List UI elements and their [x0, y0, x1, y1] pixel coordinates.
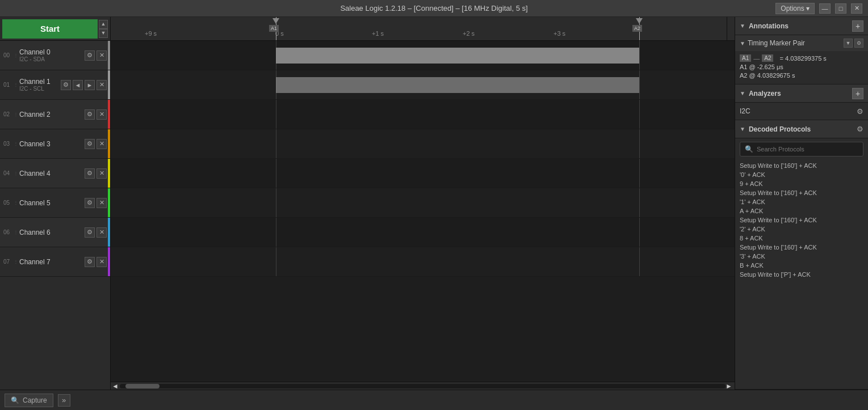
channel-info-5: Channel 5	[19, 199, 85, 207]
decoded-item-6[interactable]: Setup Write to ['160'] + ACK	[740, 215, 863, 225]
decoded-protocols-gear[interactable]: ⚙	[857, 125, 863, 133]
options-button[interactable]: Options ▾	[775, 3, 815, 14]
channel-close-3[interactable]: ✕	[97, 139, 107, 149]
decoded-item-9[interactable]: Setup Write to ['160'] + ACK	[740, 243, 863, 252]
vline-a2-3	[639, 129, 640, 158]
scroll-left-btn[interactable]: ◄	[112, 382, 120, 390]
start-up-button[interactable]: ▲	[99, 20, 108, 29]
channel-name-2: Channel 2	[19, 111, 85, 119]
channel-drag-0[interactable]: ⋮⋮	[14, 53, 18, 58]
vline-a2-6	[639, 218, 640, 247]
channel-close-0[interactable]: ✕	[97, 50, 107, 61]
channel-drag-7[interactable]: ⋮⋮	[14, 259, 18, 264]
channel-settings-5[interactable]: ⚙	[85, 198, 95, 208]
channel-number-7: 07	[3, 259, 14, 265]
search-protocols-input[interactable]	[757, 146, 858, 153]
channel-drag-2[interactable]: ⋮⋮	[14, 112, 18, 117]
channel-close-6[interactable]: ✕	[97, 227, 107, 238]
channel-info-2: Channel 2	[19, 111, 85, 119]
channel-name-3: Channel 3	[19, 140, 85, 148]
channel-settings-6[interactable]: ⚙	[85, 227, 95, 238]
timing-values: A1 — A2 = 4.038299375 s A1 @ -2.625 μs A…	[735, 51, 868, 84]
waveform-row-4	[111, 159, 735, 188]
decoded-item-4[interactable]: '1' + ACK	[740, 197, 863, 206]
signal-bar-1	[276, 77, 639, 93]
annotations-add-button[interactable]: +	[852, 20, 863, 32]
search-protocols-box[interactable]: 🔍	[740, 142, 863, 157]
channel-row-3: 03 ⋮⋮ Channel 3 ⚙ ✕	[0, 129, 110, 159]
channel-settings-7[interactable]: ⚙	[85, 257, 95, 267]
channel-number-0: 00	[3, 52, 14, 58]
title-bar: Saleae Logic 1.2.18 – [Connected] – [16 …	[0, 0, 868, 17]
channel-row-0: 00 ⋮⋮ Channel 0 I2C - SDA ⚙ ✕	[0, 41, 110, 70]
timing-dropdown-btn[interactable]: ▼	[844, 39, 853, 48]
channel-drag-1[interactable]: ⋮⋮	[14, 82, 18, 87]
channel-icons-7: ⚙ ✕	[85, 257, 107, 267]
channel-settings-0[interactable]: ⚙	[85, 50, 95, 61]
channel-extra-1[interactable]: ◄	[73, 80, 83, 90]
channel-drag-4[interactable]: ⋮⋮	[14, 171, 18, 176]
decoded-item-8[interactable]: 8 + ACK	[740, 234, 863, 243]
main-layout: Start ▲ ▼ 00 ⋮⋮ Channel 0 I2C - SDA ⚙ ✕ …	[0, 17, 868, 390]
timing-marker-label: Timing Marker Pair	[748, 39, 841, 47]
channel-settings-1[interactable]: ⚙	[61, 80, 71, 90]
analyzers-header: ▼ Analyzers +	[735, 84, 868, 103]
channel-settings-2[interactable]: ⚙	[85, 109, 95, 120]
channel-extra2-1[interactable]: ►	[85, 80, 95, 90]
signal-bar-0	[276, 48, 639, 64]
channel-close-7[interactable]: ✕	[97, 257, 107, 267]
decoded-item-11[interactable]: B + ACK	[740, 261, 863, 270]
decoded-item-0[interactable]: Setup Write to ['160'] + ACK	[740, 161, 863, 170]
channel-info-7: Channel 7	[19, 258, 85, 266]
channel-drag-3[interactable]: ⋮⋮	[14, 141, 18, 146]
analyzer-gear-i2c[interactable]: ⚙	[857, 107, 863, 116]
time-label-2s: +2 s	[463, 30, 475, 37]
timing-gear-btn[interactable]: ⚙	[854, 39, 863, 48]
start-down-button[interactable]: ▼	[99, 29, 108, 38]
timing-diff-row: A1 — A2 = 4.038299375 s	[740, 54, 863, 62]
decoded-item-2[interactable]: 9 + ACK	[740, 179, 863, 188]
decoded-collapse-icon[interactable]: ▼	[740, 126, 745, 132]
expand-button[interactable]: »	[58, 394, 70, 407]
decoded-item-1[interactable]: '0' + ACK	[740, 170, 863, 179]
channel-close-4[interactable]: ✕	[97, 168, 107, 179]
scroll-indicator-right[interactable]	[727, 17, 735, 40]
a1-flag-label: A1	[269, 25, 279, 32]
channel-info-4: Channel 4	[19, 170, 85, 177]
channel-close-1[interactable]: ✕	[97, 80, 107, 90]
scrollbar-horizontal[interactable]: ◄ ►	[111, 382, 735, 390]
channel-settings-4[interactable]: ⚙	[85, 168, 95, 179]
scrollbar-thumb[interactable]	[125, 384, 160, 388]
decoded-item-12[interactable]: Setup Write to ['P'] + ACK	[740, 270, 863, 279]
minimize-button[interactable]: —	[819, 3, 831, 14]
capture-button[interactable]: 🔍 Capture	[5, 394, 53, 407]
a2-badge: A2	[762, 54, 773, 62]
scroll-right-btn[interactable]: ►	[726, 382, 733, 390]
vline-a1-2	[276, 100, 276, 129]
maximize-button[interactable]: □	[835, 3, 846, 14]
channel-number-6: 06	[3, 229, 14, 235]
channel-info-1: Channel 1 I2C - SCL	[19, 78, 61, 92]
timing-filter-icon: ▼	[740, 40, 745, 47]
annotations-collapse-icon[interactable]: ▼	[740, 23, 745, 29]
channel-number-1: 01	[3, 82, 14, 88]
decoded-item-10[interactable]: '3' + ACK	[740, 252, 863, 261]
a2-at-row: A2 @ 4.03829675 s	[740, 72, 863, 79]
channel-drag-5[interactable]: ⋮⋮	[14, 200, 18, 205]
analyzers-add-button[interactable]: +	[852, 88, 863, 99]
scrollbar-track[interactable]	[120, 384, 726, 388]
a1-at-value: A1 @ -2.625 μs	[740, 64, 783, 70]
analyzers-collapse-icon[interactable]: ▼	[740, 90, 745, 96]
decoded-item-5[interactable]: A + ACK	[740, 206, 863, 215]
decoded-item-7[interactable]: '2' + ACK	[740, 225, 863, 234]
channel-drag-6[interactable]: ⋮⋮	[14, 230, 18, 235]
channel-settings-3[interactable]: ⚙	[85, 139, 95, 149]
decoded-item-3[interactable]: Setup Write to ['160'] + ACK	[740, 188, 863, 197]
bottom-bar: 🔍 Capture »	[0, 390, 868, 410]
channel-close-5[interactable]: ✕	[97, 198, 107, 208]
close-button[interactable]: ✕	[851, 3, 862, 14]
channel-name-0: Channel 0	[19, 48, 85, 56]
channel-close-2[interactable]: ✕	[97, 109, 107, 120]
start-button[interactable]: Start	[2, 19, 98, 39]
channel-number-3: 03	[3, 141, 14, 147]
